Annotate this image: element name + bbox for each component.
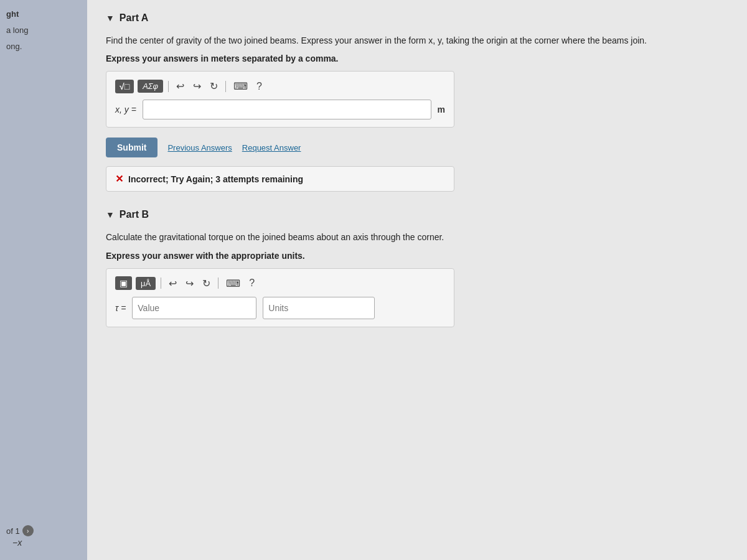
part-b-title: Part B [120,209,149,220]
sidebar-text-ong: ong. [0,39,87,55]
toolbar-divider-1 [168,81,169,92]
undo-button[interactable]: ↩ [174,79,187,93]
of-1-label: of 1 [6,526,20,536]
part-b-instruction: Express your answer with the appropriate… [106,251,728,261]
mu-a-button[interactable]: μÅ [136,277,156,290]
keyboard-button-b[interactable]: ⌨ [223,276,243,291]
part-a-header: ▼ Part A [106,12,728,24]
x-icon: ✕ [115,173,123,185]
bottom-x-label: −x [12,538,22,548]
redo-button[interactable]: ↪ [190,79,204,93]
toolbar-divider-2 [225,81,226,92]
undo-button-b[interactable]: ↩ [166,276,179,291]
part-a-input-row: x, y = m [115,100,445,119]
request-answer-button[interactable]: Request Answer [242,143,301,152]
part-a-input-label: x, y = [115,105,136,114]
part-a-toolbar: √□ ΑΣφ ↩ ↪ ↻ ⌨ ? [115,79,445,93]
math-symbols-button[interactable]: ΑΣφ [138,80,163,93]
part-b-section: ▼ Part B Calculate the gravitational tor… [106,209,728,327]
refresh-button[interactable]: ↻ [207,79,220,93]
part-a-button-row: Submit Previous Answers Request Answer [106,138,728,157]
part-a-unit: m [438,105,445,114]
incorrect-text: Incorrect; Try Again; 3 attempts remaini… [128,174,303,184]
help-button-b[interactable]: ? [247,276,257,290]
box-grid-icon: ▣ [120,278,128,288]
sidebar-text-ght: ght [0,6,87,22]
part-a-answer-box: √□ ΑΣφ ↩ ↪ ↻ ⌨ ? x, y = m [106,71,454,128]
part-a-collapse-arrow[interactable]: ▼ [106,13,115,23]
toolbar-b-divider-1 [161,278,161,289]
part-b-header: ▼ Part B [106,209,728,220]
part-a-answer-input[interactable] [143,100,431,119]
tau-label: τ = [115,303,126,313]
previous-answers-button[interactable]: Previous Answers [167,143,232,152]
part-a-question: Find the center of gravity of the two jo… [106,34,728,47]
toolbar-b-divider-2 [218,278,218,289]
part-a-title: Part A [120,12,149,24]
sidebar: ght a long ong. of 1 › [0,0,87,560]
sidebar-text-along: a long [0,22,87,39]
help-button-a[interactable]: ? [254,80,265,93]
box-grid-button[interactable]: ▣ [115,276,132,290]
part-a-instruction: Express your answers in meters separated… [106,54,728,63]
part-b-input-row: τ = [115,297,445,319]
part-b-toolbar: ▣ μÅ ↩ ↪ ↻ ⌨ ? [115,276,445,291]
sqrt-icon: √□ [120,82,129,91]
units-input[interactable] [263,297,375,319]
value-input[interactable] [132,297,256,319]
refresh-button-b[interactable]: ↻ [200,276,213,291]
submit-button[interactable]: Submit [106,138,157,157]
main-content: ▼ Part A Find the center of gravity of t… [87,0,747,560]
incorrect-banner: ✕ Incorrect; Try Again; 3 attempts remai… [106,166,454,192]
next-chevron[interactable]: › [22,525,34,536]
sqrt-button[interactable]: √□ [115,80,134,93]
redo-button-b[interactable]: ↪ [183,276,196,291]
part-b-collapse-arrow[interactable]: ▼ [106,210,115,220]
keyboard-button[interactable]: ⌨ [231,79,250,93]
part-b-answer-box: ▣ μÅ ↩ ↪ ↻ ⌨ ? τ = [106,268,454,327]
part-b-question: Calculate the gravitational torque on th… [106,230,728,244]
